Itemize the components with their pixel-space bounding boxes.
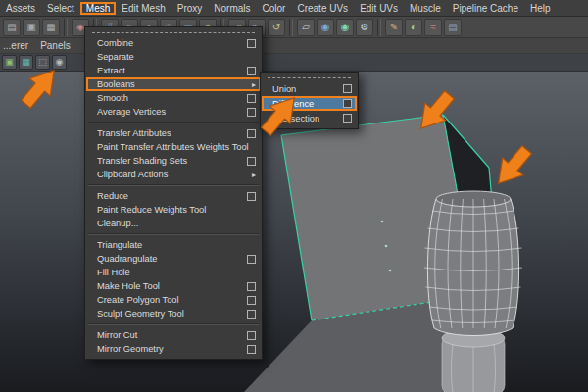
toon-shading-icon[interactable]: ◐: [405, 19, 422, 36]
menu-item-create-polygon-tool[interactable]: Create Polygon Tool: [86, 293, 261, 307]
menubar-item-assets[interactable]: Assets: [0, 2, 41, 15]
option-box[interactable]: [247, 345, 256, 354]
menu-item-paint-transfer-attributes-weights-tool[interactable]: Paint Transfer Attributes Weights Tool: [86, 140, 261, 154]
open-render-view-icon[interactable]: ▱: [297, 19, 315, 36]
menu-item-label: Cleanup...: [97, 219, 256, 228]
ipr-render-icon[interactable]: ◉: [336, 19, 354, 36]
option-box[interactable]: [247, 192, 256, 201]
menu-item-extract[interactable]: Extract: [86, 64, 261, 77]
menu-item-combine[interactable]: Combine: [86, 36, 261, 50]
select-component-icon[interactable]: ▦: [42, 19, 60, 36]
construction-history-icon[interactable]: ↺: [268, 19, 285, 36]
menu-item-transfer-attributes[interactable]: Transfer Attributes: [86, 126, 261, 140]
menu-item-label: Fill Hole: [97, 268, 256, 277]
option-box[interactable]: [343, 114, 352, 122]
menu-item-fill-hole[interactable]: Fill Hole: [86, 266, 261, 279]
menu-item-make-hole-tool[interactable]: Make Hole Tool: [86, 279, 261, 293]
booleans-submenu: UnionDifferenceIntersection: [260, 72, 359, 129]
menu-item-label: Combine: [97, 38, 243, 48]
submenu-item-difference[interactable]: Difference: [262, 96, 357, 111]
menu-item-transfer-shading-sets[interactable]: Transfer Shading Sets: [86, 154, 261, 168]
menu-item-quadrangulate[interactable]: Quadrangulate: [86, 252, 261, 266]
submenu-item-union[interactable]: Union: [262, 81, 357, 96]
tearoff-handle[interactable]: [92, 32, 255, 33]
menubar-item-muscle[interactable]: Muscle: [404, 2, 447, 15]
select-hierarchy-icon[interactable]: ▤: [3, 19, 21, 36]
menu-separator: [88, 233, 259, 235]
menu-item-label: Union: [272, 84, 339, 94]
option-box[interactable]: [343, 84, 352, 93]
menu-item-label: Paint Reduce Weights Tool: [97, 205, 256, 215]
menu-separator: [88, 122, 259, 123]
muscle-icon[interactable]: ≈: [424, 19, 442, 36]
menu-item-label: Transfer Shading Sets: [97, 156, 243, 166]
menubar-item-pipeline-cache[interactable]: Pipeline Cache: [447, 2, 524, 15]
option-box[interactable]: [247, 282, 256, 291]
menu-item-average-vertices[interactable]: Average Vertices: [86, 105, 261, 119]
menubar-item-mesh[interactable]: Mesh: [80, 2, 116, 15]
menu-item-mirror-cut[interactable]: Mirror Cut: [86, 328, 261, 342]
mesh-menu-items: CombineSeparateExtractBooleans▸SmoothAve…: [86, 36, 261, 356]
menu-item-clipboard-actions[interactable]: Clipboard Actions▸: [86, 168, 261, 181]
menubar-item-normals[interactable]: Normals: [208, 2, 256, 15]
film-gate-icon[interactable]: ▤: [444, 19, 462, 36]
option-box[interactable]: [247, 296, 256, 305]
option-box[interactable]: [247, 94, 256, 103]
submenu-item-intersection[interactable]: Intersection: [262, 111, 357, 125]
menu-item-label: Extract: [97, 66, 243, 75]
menu-item-label: Triangulate: [97, 240, 256, 250]
menu-item-triangulate[interactable]: Triangulate: [86, 238, 261, 252]
submenu-arrow-icon: ▸: [252, 80, 256, 89]
option-box[interactable]: [247, 67, 256, 75]
menubar-item-proxy[interactable]: Proxy: [172, 2, 209, 15]
camera-view-icon[interactable]: ◉: [52, 55, 67, 70]
menubar-item-edit-mesh[interactable]: Edit Mesh: [116, 2, 171, 15]
menu-item-separate[interactable]: Separate: [86, 50, 261, 64]
menu-item-paint-reduce-weights-tool[interactable]: Paint Reduce Weights Tool: [86, 203, 261, 217]
barrel-mesh[interactable]: [424, 191, 522, 336]
menubar-item-select[interactable]: Select: [41, 2, 80, 15]
render-current-frame-icon[interactable]: ◉: [317, 19, 334, 36]
menu-item-reduce[interactable]: Reduce: [86, 189, 261, 203]
menu-item-label: Mirror Geometry: [97, 344, 243, 354]
menu-item-label: Separate: [97, 52, 256, 62]
paint-effects-icon[interactable]: ✎: [385, 19, 403, 36]
option-box[interactable]: [247, 108, 256, 117]
menu-item-sculpt-geometry-tool[interactable]: Sculpt Geometry Tool: [86, 307, 261, 320]
option-box[interactable]: [247, 310, 256, 318]
menubar-item-create-uvs[interactable]: Create UVs: [291, 2, 354, 15]
menu-item-label: Paint Transfer Attributes Weights Tool: [97, 142, 256, 152]
menu-item-booleans[interactable]: Booleans▸: [86, 77, 261, 91]
menu-item-cleanup[interactable]: Cleanup...: [86, 217, 261, 230]
cylinder-mesh[interactable]: [442, 329, 505, 392]
menu-item-label: Make Hole Tool: [97, 281, 243, 291]
wireframe-display-icon[interactable]: ⬚: [35, 55, 50, 70]
panel-menu-renderer[interactable]: ...erer: [3, 40, 28, 51]
textured-display-icon[interactable]: ▦: [19, 55, 33, 70]
panel-menu-panels[interactable]: Panels: [40, 40, 71, 51]
menu-item-label: Reduce: [97, 191, 243, 201]
booleans-submenu-items: UnionDifferenceIntersection: [262, 81, 357, 125]
shaded-display-icon[interactable]: ▣: [2, 55, 17, 70]
option-box[interactable]: [247, 331, 256, 340]
menubar-item-color[interactable]: Color: [257, 2, 292, 15]
option-box[interactable]: [247, 157, 256, 166]
render-settings-icon[interactable]: ⚙: [356, 19, 373, 36]
menu-item-label: Intersection: [272, 114, 339, 123]
menu-item-smooth[interactable]: Smooth: [86, 91, 261, 105]
toolbar-separator: [289, 19, 293, 36]
menu-item-label: Smooth: [97, 93, 243, 103]
toolbar-separator: [377, 19, 381, 36]
menubar-item-edit-uvs[interactable]: Edit UVs: [354, 2, 404, 15]
option-box[interactable]: [247, 39, 256, 48]
tearoff-handle[interactable]: [268, 77, 351, 78]
option-box[interactable]: [247, 255, 256, 264]
select-object-icon[interactable]: ▣: [23, 19, 40, 36]
menubar-item-help[interactable]: Help: [524, 2, 557, 15]
maya-window: { "colors": { "window_bg": "#4a4a4a", "m…: [0, 0, 588, 392]
menu-item-label: Sculpt Geometry Tool: [97, 309, 243, 318]
menu-item-mirror-geometry[interactable]: Mirror Geometry: [86, 342, 261, 356]
menu-separator: [88, 323, 259, 325]
option-box[interactable]: [247, 129, 256, 138]
option-box[interactable]: [343, 99, 352, 108]
